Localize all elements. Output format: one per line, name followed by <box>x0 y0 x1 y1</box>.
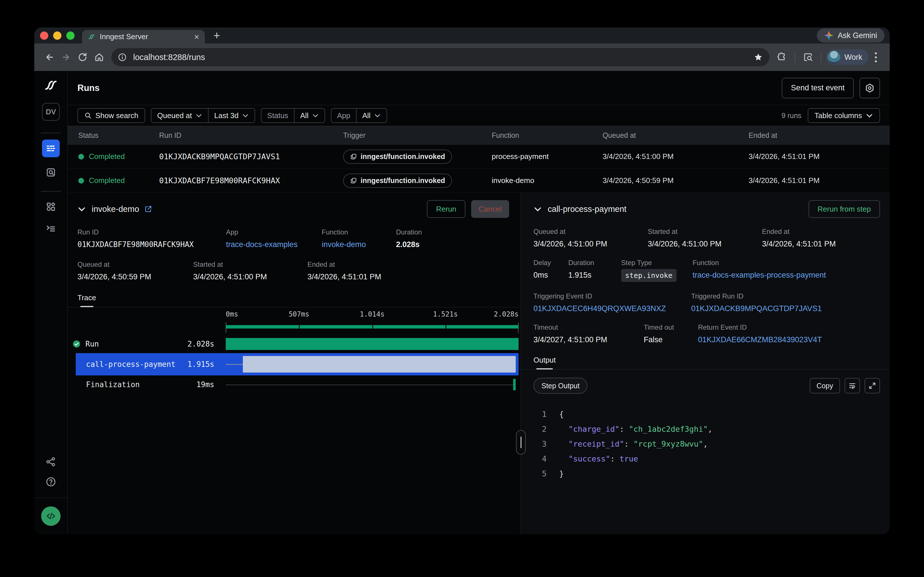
sidebar-item-runs[interactable] <box>42 140 60 157</box>
gemini-sparkle-icon <box>824 31 833 40</box>
trace-span-name: Finalization <box>86 380 140 389</box>
collapse-run-chevron[interactable] <box>77 205 86 213</box>
trace-row-call-process-payment[interactable]: call-process-payment 1.915s <box>76 353 519 376</box>
site-info-icon[interactable] <box>118 53 127 62</box>
triggered-run-id-link[interactable]: 01KJXDACKB9MPQACGTDP7JAVS1 <box>691 304 822 313</box>
word-wrap-button[interactable] <box>845 378 860 393</box>
help-button[interactable] <box>42 473 60 491</box>
forward-button[interactable] <box>58 49 74 66</box>
run-id-label: Run ID <box>77 228 226 236</box>
rerun-from-step-button[interactable]: Rerun from step <box>808 200 880 218</box>
time-range-dropdown[interactable]: Last 3d <box>208 109 255 122</box>
tab-search-button[interactable] <box>800 49 816 66</box>
ruler-tick-label: 1.014s <box>360 310 384 318</box>
pane-resize-handle[interactable] <box>516 430 526 455</box>
ruler-tick-label: 1.521s <box>433 310 458 318</box>
home-button[interactable] <box>91 49 108 66</box>
sidebar-item-events[interactable] <box>42 164 60 181</box>
copy-button[interactable]: Copy <box>810 378 840 393</box>
browser-menu-button[interactable] <box>869 52 883 62</box>
trace-row-finalization[interactable]: Finalization 19ms <box>76 376 521 394</box>
home-icon <box>94 52 104 62</box>
triggering-event-id-label: Triggering Event ID <box>534 292 691 300</box>
ruler-tick-label: 0ms <box>226 310 238 318</box>
share-icon <box>45 456 56 467</box>
browser-profile-button[interactable]: Work <box>826 50 869 65</box>
settings-button[interactable] <box>860 78 880 98</box>
back-button[interactable] <box>41 49 58 66</box>
sidebar-footer <box>34 498 67 534</box>
reload-button[interactable] <box>74 49 91 66</box>
collapse-step-chevron[interactable] <box>534 205 542 213</box>
run-title: invoke-demo <box>92 205 139 214</box>
run-id: 01KJXDACBF7E98M00RAFCK9HAX <box>159 176 343 185</box>
started-at-value: 3/4/2026, 4:51:00 PM <box>193 272 307 281</box>
tab-output[interactable]: Output <box>534 356 556 369</box>
send-test-event-button[interactable]: Send test event <box>782 78 854 98</box>
step-output-toggle[interactable]: Step Output <box>534 378 587 394</box>
tab-trace[interactable]: Trace <box>77 293 96 307</box>
close-window-button[interactable] <box>40 31 48 40</box>
expand-button[interactable] <box>865 378 880 393</box>
trace-minimap[interactable] <box>226 325 519 329</box>
sidebar-divider <box>41 133 61 133</box>
active-tab-underline <box>536 368 553 369</box>
line-number: 1 <box>534 407 546 422</box>
ask-gemini-button[interactable]: Ask Gemini <box>817 28 885 43</box>
step-function-link[interactable]: trace-docs-examples-process-payment <box>693 271 826 280</box>
status-filter-dropdown[interactable]: All <box>294 109 325 122</box>
word-wrap-icon <box>848 382 856 390</box>
trigger-name: inngest/function.invoked <box>361 152 445 161</box>
close-tab-icon[interactable]: × <box>194 32 199 41</box>
cancel-button[interactable]: Cancel <box>471 200 509 218</box>
column-header-run-id: Run ID <box>159 131 343 140</box>
external-link-icon[interactable] <box>144 205 152 213</box>
show-search-button[interactable]: Show search <box>77 108 145 123</box>
page-header: Runs Send test event <box>68 71 890 105</box>
column-header-ended-at: Ended at <box>749 131 890 140</box>
new-tab-button[interactable]: + <box>214 30 220 41</box>
bookmark-star-icon[interactable] <box>754 52 763 62</box>
sidebar-item-apps[interactable] <box>42 198 60 216</box>
url-bar[interactable]: localhost:8288/runs <box>111 48 770 66</box>
workspace-badge[interactable]: DV <box>42 103 60 121</box>
triggering-event-id-link[interactable]: 01KJXDACEC6H49QRQXWEA93NXZ <box>534 304 691 313</box>
runs-list-icon <box>45 143 56 154</box>
rerun-button[interactable]: Rerun <box>427 200 465 218</box>
time-field-dropdown[interactable]: Queued at <box>151 109 208 122</box>
app-link[interactable]: trace-docs-examples <box>226 240 322 249</box>
chevron-down-icon <box>242 112 249 119</box>
function-link[interactable]: invoke-demo <box>322 240 396 249</box>
duration-label: Duration <box>396 228 422 236</box>
trigger-name: inngest/function.invoked <box>361 176 445 185</box>
status-text: Completed <box>89 176 125 185</box>
dev-tools-fab[interactable] <box>41 506 61 526</box>
minimize-window-button[interactable] <box>53 31 61 40</box>
table-columns-button[interactable]: Table columns <box>808 108 880 123</box>
trigger-pill[interactable]: inngest/function.invoked <box>343 150 452 164</box>
inngest-favicon <box>88 33 95 40</box>
expand-icon <box>868 382 876 390</box>
step-duration-value: 1.915s <box>568 271 621 280</box>
extensions-button[interactable] <box>773 49 790 66</box>
step-type-label: Step Type <box>621 259 693 267</box>
table-row[interactable]: Completed 01KJXDACKB9MPQACGTDP7JAVS1 inn… <box>68 145 890 169</box>
ended-at: 3/4/2026, 4:51:01 PM <box>749 176 890 185</box>
browser-tab[interactable]: Inngest Server × <box>82 30 205 44</box>
runs-table-header: Status Run ID Trigger Function Queued at… <box>68 126 890 145</box>
runs-count: 9 runs <box>781 111 801 120</box>
url-text[interactable]: localhost:8288/runs <box>133 53 754 62</box>
inngest-logo[interactable] <box>43 78 59 93</box>
table-row[interactable]: Completed 01KJXDACBF7E98M00RAFCK9HAX inn… <box>68 169 890 193</box>
line-number: 4 <box>534 451 546 466</box>
zoom-window-button[interactable] <box>66 31 75 40</box>
trigger-pill[interactable]: inngest/function.invoked <box>343 174 452 188</box>
return-event-id-link[interactable]: 01KJXDAE66CMZMB28439023V4T <box>698 335 822 344</box>
share-button[interactable] <box>42 453 60 471</box>
function-label: Function <box>322 228 396 236</box>
trace-row-run[interactable]: Run 2.028s <box>68 335 521 353</box>
app-filter-dropdown[interactable]: All <box>356 109 387 122</box>
status-filter-group: Status All <box>261 108 325 123</box>
trace-span-duration: 1.915s <box>187 360 226 369</box>
sidebar-item-functions[interactable] <box>42 219 60 237</box>
